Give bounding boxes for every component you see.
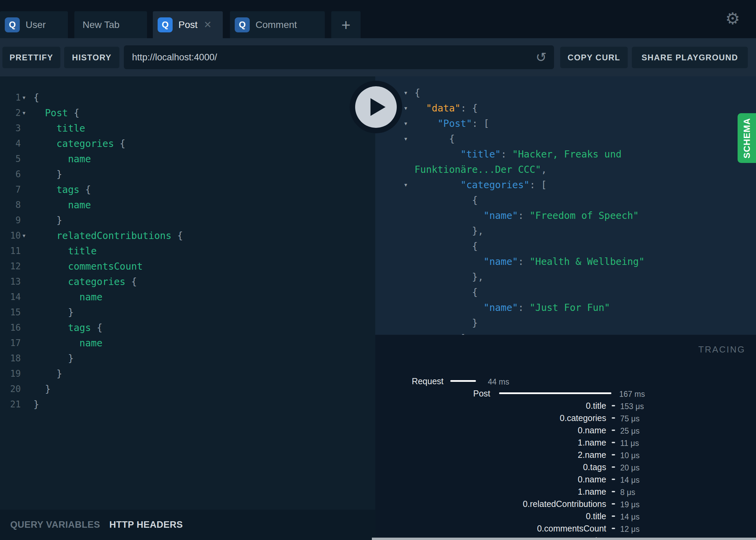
- tracing-dash: [612, 515, 615, 517]
- response-line: ]: [375, 331, 756, 335]
- tracing-row: 0.title153 μs: [375, 400, 756, 412]
- tab-user[interactable]: QUser: [0, 11, 68, 38]
- editor-line: 11 title: [0, 243, 375, 259]
- tracing-row-label: 1.name: [375, 438, 606, 448]
- line-number: 7: [0, 182, 21, 197]
- tracing-row: 0.relatedContributions19 μs: [375, 498, 756, 510]
- refresh-icon[interactable]: ↺: [536, 50, 547, 65]
- tracing-duration-bar: [450, 380, 476, 382]
- tracing-row: 0.commentsCount12 μs: [375, 523, 756, 535]
- tracing-row-duration: 10 μs: [620, 451, 640, 460]
- tracing-row: 0.tags20 μs: [375, 461, 756, 474]
- tracing-dash: [612, 479, 615, 480]
- tracing-row-duration: 153 μs: [620, 402, 644, 411]
- editor-line: 2▾ Post {: [0, 105, 375, 121]
- tracing-row-duration: 167 ms: [619, 390, 645, 399]
- fold-arrow-icon[interactable]: ▾: [404, 101, 408, 116]
- editor-line-code: }: [33, 366, 62, 381]
- query-variables-tab[interactable]: QUERY VARIABLES: [10, 520, 100, 530]
- tab-comment[interactable]: QComment: [230, 11, 325, 38]
- editor-line-code: title: [33, 243, 97, 259]
- copy-curl-button[interactable]: COPY CURL: [560, 47, 628, 68]
- fold-arrow-icon[interactable]: ▾: [22, 90, 26, 105]
- query-badge: Q: [235, 17, 250, 32]
- tracing-row-label: 0.commentsCount: [375, 524, 606, 534]
- url-input[interactable]: [131, 52, 536, 63]
- schema-tab[interactable]: SCHEMA: [738, 113, 756, 163]
- tracing-row-label: Post: [375, 389, 490, 399]
- tracing-row-duration: 12 μs: [620, 525, 640, 534]
- tracing-row-label: 1.name: [375, 487, 606, 497]
- editor-line-code: name: [33, 197, 91, 213]
- response-line: ▾{: [375, 85, 756, 101]
- tracing-row-duration: 11 μs: [620, 439, 639, 448]
- editor-line: 6 }: [0, 167, 375, 182]
- tracing-dash: [612, 442, 615, 443]
- editor-line-code: }: [33, 213, 62, 228]
- line-number: 6: [0, 167, 21, 182]
- editor-line-code: }: [33, 305, 74, 320]
- query-badge: Q: [158, 17, 173, 32]
- toolbar: PRETTIFY HISTORY ↺ COPY CURL SHARE PLAYG…: [0, 38, 756, 76]
- tab-label: New Tab: [83, 19, 119, 30]
- tracing-dash: [612, 466, 615, 468]
- editor-line: 21}: [0, 397, 375, 412]
- tab-post[interactable]: QPost✕: [153, 11, 223, 38]
- line-number: 21: [0, 397, 21, 412]
- query-editor[interactable]: 1▾{2▾ Post {3 title4 categories {5 name6…: [0, 76, 375, 510]
- fold-arrow-icon[interactable]: ▾: [404, 85, 408, 101]
- fold-arrow-icon[interactable]: ▾: [22, 228, 26, 243]
- endpoint-url-bar: ↺: [124, 45, 554, 69]
- response-line: "name": "Health & Wellbeing": [375, 254, 756, 269]
- response-line: },: [375, 223, 756, 239]
- editor-line: 4 categories {: [0, 136, 375, 151]
- line-number: 9: [0, 213, 21, 228]
- fold-arrow-icon[interactable]: ▾: [404, 116, 408, 131]
- response-line: {: [375, 239, 756, 254]
- prettify-button[interactable]: PRETTIFY: [2, 47, 60, 68]
- horizontal-scrollbar[interactable]: [372, 538, 756, 540]
- response-line: Funktionäre...Der CCC",: [375, 162, 756, 177]
- tracing-row: 1.name11 μs: [375, 437, 756, 449]
- tracing-row-duration: 19 μs: [620, 500, 640, 509]
- response-line: "name": "Just For Fun": [375, 300, 756, 315]
- line-number: 1: [0, 90, 21, 105]
- response-line: {: [375, 193, 756, 208]
- line-number: 19: [0, 366, 21, 381]
- share-playground-button[interactable]: SHARE PLAYGROUND: [632, 47, 748, 68]
- fold-arrow-icon[interactable]: ▾: [404, 177, 408, 193]
- editor-line-code: }: [33, 167, 62, 182]
- line-number: 4: [0, 136, 21, 151]
- history-button[interactable]: HISTORY: [64, 47, 119, 68]
- editor-line-code: categories {: [33, 136, 126, 151]
- editor-line-code: }: [33, 351, 74, 366]
- new-tab-button[interactable]: +: [331, 11, 361, 38]
- response-line: },: [375, 269, 756, 285]
- editor-line: 16 tags {: [0, 320, 375, 335]
- editor-line: 18 }: [0, 351, 375, 366]
- editor-line-code: categories {: [33, 274, 137, 289]
- tab-new-tab[interactable]: New Tab: [74, 11, 147, 38]
- fold-arrow-icon[interactable]: ▾: [22, 105, 26, 121]
- tracing-dash: [612, 503, 615, 505]
- settings-gear-icon[interactable]: ⚙: [725, 9, 740, 28]
- response-line: ▾ {: [375, 131, 756, 147]
- tracing-dash: [612, 491, 615, 492]
- editor-line-code: name: [33, 151, 91, 167]
- close-icon[interactable]: ✕: [204, 19, 212, 30]
- tracing-row: 0.name14 μs: [375, 474, 756, 486]
- tracing-row-duration: 14 μs: [620, 512, 640, 522]
- tracing-row-duration: 75 μs: [620, 414, 640, 423]
- execute-query-button[interactable]: [355, 86, 397, 128]
- tab-bar: QUserNew TabQPost✕QComment + ⚙: [0, 0, 756, 38]
- editor-line: 3 title: [0, 121, 375, 136]
- tracing-row-duration: 20 μs: [620, 463, 640, 472]
- line-number: 5: [0, 151, 21, 167]
- http-headers-tab[interactable]: HTTP HEADERS: [110, 520, 183, 530]
- schema-tab-label: SCHEMA: [742, 118, 752, 159]
- line-number: 2: [0, 105, 21, 121]
- tracing-dash: [612, 454, 615, 455]
- editor-line: 5 name: [0, 151, 375, 167]
- fold-arrow-icon[interactable]: ▾: [404, 131, 408, 147]
- line-number: 15: [0, 305, 21, 320]
